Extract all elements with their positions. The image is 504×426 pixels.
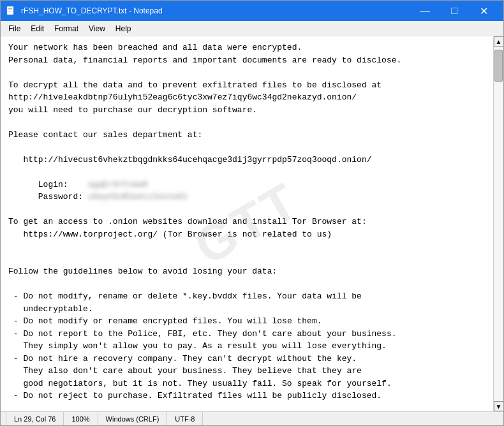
- line-ending-status: Windows (CRLF): [98, 412, 168, 425]
- window-title: rFSH_HOW_TO_DECRYPT.txt - Notepad: [21, 6, 410, 15]
- password-value: uSeyhSuR2a#czIesnu61: [88, 192, 188, 202]
- svg-rect-1: [8, 8, 12, 9]
- notepad-window: rFSH_HOW_TO_DECRYPT.txt - Notepad — □ ✕ …: [0, 0, 504, 426]
- minimize-button[interactable]: —: [410, 1, 440, 21]
- status-bar: Ln 29, Col 76 100% Windows (CRLF) UTF-8: [1, 411, 503, 425]
- zoom-status: 100%: [64, 412, 98, 425]
- menu-edit[interactable]: Edit: [26, 23, 49, 34]
- encoding-status: UTF-8: [167, 412, 203, 425]
- menu-help[interactable]: Help: [110, 23, 137, 34]
- line-col-status: Ln 29, Col 76: [6, 412, 64, 425]
- scrollbar-thumb[interactable]: [494, 50, 503, 82]
- vertical-scrollbar[interactable]: ▲ ▼: [493, 36, 503, 411]
- scrollbar-track[interactable]: [494, 47, 503, 401]
- menu-view[interactable]: View: [84, 23, 110, 34]
- window-controls: — □ ✕: [410, 1, 498, 21]
- scroll-up-arrow[interactable]: ▲: [494, 36, 504, 47]
- svg-rect-2: [8, 10, 12, 10]
- maximize-button[interactable]: □: [440, 1, 469, 21]
- menu-format[interactable]: Format: [49, 23, 84, 34]
- menu-bar: File Edit Format View Help: [1, 21, 503, 36]
- close-button[interactable]: ✕: [469, 1, 498, 21]
- login-value: agqEr9rFxmaR: [88, 180, 148, 189]
- app-icon: [6, 6, 16, 16]
- svg-rect-0: [7, 6, 13, 15]
- text-area-container: GTT Your network has been breached and a…: [1, 36, 493, 411]
- text-content[interactable]: Your network has been breached and all d…: [1, 36, 493, 411]
- title-bar: rFSH_HOW_TO_DECRYPT.txt - Notepad — □ ✕: [1, 1, 503, 21]
- svg-rect-3: [8, 11, 11, 11]
- content-area: GTT Your network has been breached and a…: [1, 36, 503, 411]
- menu-file[interactable]: File: [3, 23, 26, 34]
- scroll-down-arrow[interactable]: ▼: [494, 401, 504, 411]
